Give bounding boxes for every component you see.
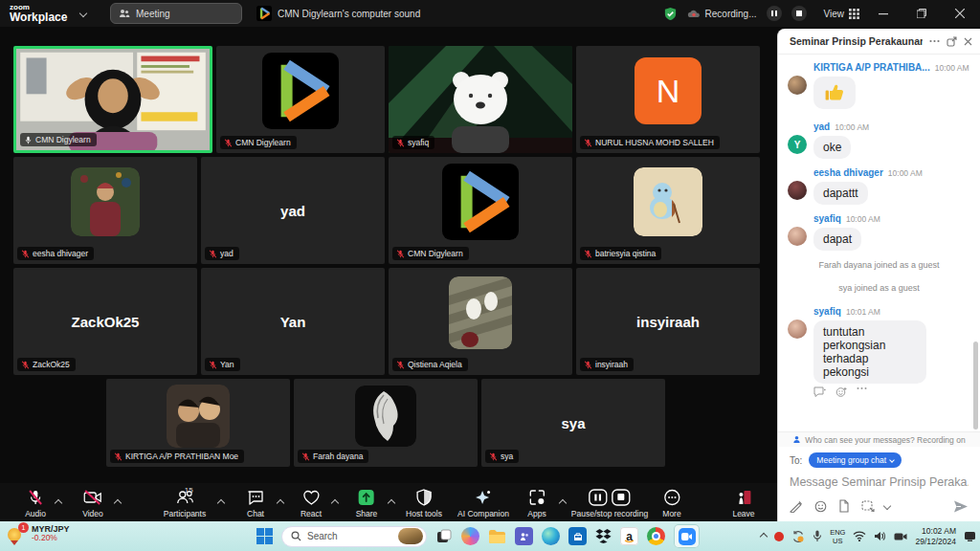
video-tile[interactable]: batriesyia qistina <box>576 157 760 264</box>
recording-tray-icon[interactable] <box>774 532 784 541</box>
chat-scrollbar[interactable] <box>973 342 978 430</box>
chat-message-list[interactable]: KIRTIGA A/P PRATHIBA...10:00 AM Y yad10:… <box>778 55 980 431</box>
video-tile[interactable]: sya sya <box>481 379 665 467</box>
close-button[interactable] <box>946 0 974 27</box>
view-button[interactable]: View <box>824 9 860 19</box>
minimize-button[interactable] <box>869 0 898 27</box>
microphone-tray-icon[interactable] <box>813 530 822 542</box>
restore-button[interactable] <box>907 0 936 27</box>
video-tile[interactable]: Farah dayana <box>294 379 478 467</box>
wifi-tray-icon[interactable] <box>853 531 866 541</box>
chat-button[interactable]: Chat <box>247 488 264 518</box>
video-tile[interactable]: CMN Digylearn <box>216 46 385 153</box>
cmn-logo-avatar <box>262 53 339 129</box>
more-compose-options-chevron[interactable] <box>883 502 891 510</box>
video-tile[interactable]: syafiq <box>389 46 572 153</box>
taskbar-clock[interactable]: 10:02 AM 29/12/2024 <box>915 526 956 546</box>
more-button[interactable]: More <box>662 488 680 518</box>
zoom-workplace-menu[interactable]: zoom Workplace <box>10 4 86 23</box>
participants-button[interactable]: 15 Participants <box>164 488 206 518</box>
message-bubble: dapat <box>813 228 861 251</box>
video-tile[interactable]: Qistiena Aqiela <box>389 268 572 375</box>
microsoft-store-icon[interactable] <box>568 527 587 545</box>
message-bubble: tuntutan perkongsian terhadap pekongsi <box>813 320 926 384</box>
video-button[interactable]: Video <box>82 488 103 518</box>
video-tile[interactable]: CMN Digylearn <box>389 157 572 264</box>
video-tile[interactable]: ZackOk25 ZackOk25 <box>13 268 197 375</box>
video-tile[interactable]: Yan Yan <box>201 268 385 375</box>
attach-file-button[interactable] <box>838 499 850 513</box>
hidden-icons-chevron[interactable] <box>760 532 768 540</box>
chat-message[interactable]: syafiq10:01 AM tuntutan perkongsian terh… <box>788 306 970 384</box>
camera-tray-icon[interactable] <box>894 532 907 541</box>
chat-close-button[interactable] <box>964 37 972 46</box>
react-options-chevron[interactable] <box>332 493 338 510</box>
thumbs-up-emoji <box>823 81 846 104</box>
dropbox-icon[interactable] <box>595 529 612 543</box>
chat-popout-button[interactable] <box>947 36 957 47</box>
chat-options-chevron[interactable] <box>278 493 283 510</box>
lang-line2: US <box>833 537 842 545</box>
amazon-icon[interactable]: a <box>620 527 638 545</box>
video-tile[interactable]: KIRTIGA A/P PRATHIBAN Moe <box>106 379 290 467</box>
leave-button[interactable]: Leave <box>732 488 754 518</box>
chat-message[interactable]: eesha dhivager10:00 AM dapattt <box>788 167 970 205</box>
recipient-selector[interactable]: Meeting group chat <box>809 452 902 468</box>
more-icon <box>663 489 680 506</box>
chat-message[interactable]: Y yad10:00 AM oke <box>788 121 970 159</box>
react-button[interactable]: React <box>301 488 322 518</box>
chat-message[interactable]: KIRTIGA A/P PRATHIBA...10:00 AM <box>788 62 970 113</box>
video-tile[interactable]: yad yad <box>201 157 385 264</box>
video-grid: CMN Digylearn CMN Digylearn <box>0 27 777 483</box>
video-options-chevron[interactable] <box>115 493 121 510</box>
chat-message[interactable]: syafiq10:00 AM dapat <box>788 213 970 251</box>
lang-line1: ENG <box>830 528 845 537</box>
edge-icon[interactable] <box>542 527 560 545</box>
message-input[interactable] <box>790 475 969 489</box>
zoom-app-icon[interactable] <box>674 524 700 548</box>
apps-options-chevron[interactable] <box>560 493 566 510</box>
file-explorer-button[interactable] <box>488 529 506 544</box>
add-reaction-button[interactable] <box>835 386 847 398</box>
host-tools-button[interactable]: Host tools <box>406 488 442 518</box>
pause-recording-button[interactable] <box>767 6 782 21</box>
audio-options-chevron[interactable] <box>56 493 61 510</box>
copilot-icon[interactable] <box>461 527 479 545</box>
video-tile[interactable]: insyiraah insyiraah <box>576 268 760 375</box>
teams-icon[interactable] <box>515 527 533 545</box>
language-indicator[interactable]: ENG US <box>830 528 845 545</box>
share-button[interactable]: Share <box>356 488 378 518</box>
video-tile-self[interactable]: CMN Digylearn <box>13 46 212 153</box>
chrome-icon[interactable] <box>647 527 665 545</box>
emoji-button[interactable] <box>814 500 827 513</box>
taskbar-widget[interactable]: 1 MYR/JPY -0.20% <box>8 524 70 543</box>
apps-button[interactable]: Apps <box>527 488 546 518</box>
audio-button[interactable]: Audio <box>25 488 46 518</box>
meeting-tab[interactable]: Meeting <box>110 3 242 24</box>
participant-name: KIRTIGA A/P PRATHIBAN Moe <box>125 452 238 461</box>
start-button[interactable] <box>256 528 273 544</box>
ai-companion-button[interactable]: AI Companion <box>457 488 509 518</box>
sync-tray-icon[interactable] <box>791 530 805 543</box>
taskbar-search[interactable]: Search <box>281 526 427 547</box>
video-tile[interactable]: N NURUL HUSNA MOHD SALLEH <box>576 46 760 153</box>
pause-stop-recording-button[interactable]: Pause/stop recording <box>571 488 648 518</box>
format-button[interactable] <box>790 500 803 513</box>
reply-in-thread-button[interactable] <box>813 386 826 398</box>
notification-center-icon[interactable] <box>964 531 976 542</box>
video-tile[interactable]: eesha dhivager <box>13 157 197 264</box>
participants-options-chevron[interactable] <box>218 493 224 510</box>
squirtle-avatar <box>634 167 702 236</box>
share-options-chevron[interactable] <box>389 493 394 510</box>
stop-recording-button[interactable] <box>791 6 807 21</box>
stop-icon <box>795 10 803 17</box>
privacy-notice[interactable]: Who can see your messages? Recording on <box>778 431 980 447</box>
grid-view-icon <box>849 9 859 19</box>
send-button[interactable] <box>953 499 969 514</box>
volume-tray-icon[interactable] <box>874 531 886 541</box>
message-more-button[interactable] <box>857 386 867 398</box>
chat-more-button[interactable] <box>929 39 940 43</box>
screenshot-button[interactable] <box>861 500 875 512</box>
task-view-button[interactable] <box>435 528 453 545</box>
participant-name: sya <box>501 452 513 461</box>
